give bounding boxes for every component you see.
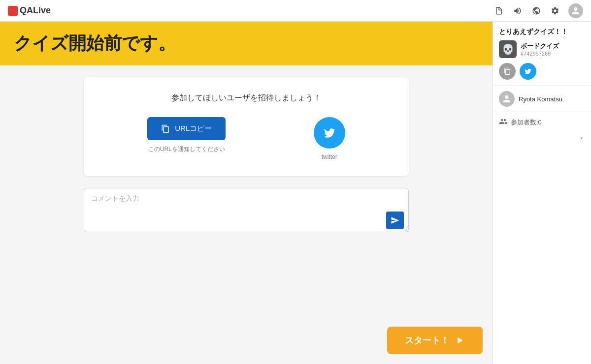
quiz-header-title: クイズ開始前です。 — [14, 31, 479, 56]
quiz-id-label: #742957269 — [521, 51, 559, 57]
comment-area — [84, 188, 409, 234]
twitter-share-button[interactable] — [314, 117, 345, 149]
url-copy-button[interactable]: URLコピー — [147, 117, 226, 140]
invite-card: 参加してほしいユーザを招待しましょう！ URLコピー このURLを通知してくださ… — [84, 77, 409, 176]
settings-icon[interactable] — [550, 5, 560, 16]
logo-text: QALive — [20, 5, 51, 16]
sidebar-quiz-row: 💀 ボードクイズ #742957269 — [499, 40, 585, 58]
app-logo: QALive — [8, 5, 51, 16]
participants-icon — [499, 117, 508, 128]
twitter-share-group: twitter — [314, 117, 345, 160]
main-layout: クイズ開始前です。 参加してほしいユーザを招待しましょう！ URLコピー このU… — [0, 22, 591, 364]
start-button[interactable]: スタート！ — [387, 327, 483, 354]
document-icon[interactable] — [493, 5, 504, 16]
quiz-info-text: ボードクイズ #742957269 — [521, 42, 559, 57]
globe-icon[interactable] — [531, 5, 542, 16]
start-button-container: スタート！ — [387, 327, 483, 354]
url-copy-group: URLコピー このURLを通知してください — [147, 117, 226, 153]
sidebar-scroll-arrow[interactable] — [493, 133, 591, 144]
sidebar-action-icons — [499, 63, 585, 80]
invite-buttons: URLコピー このURLを通知してください twitter — [103, 117, 389, 160]
logo-icon — [8, 6, 18, 16]
sidebar-quiz-title: とりあえずクイズ！！ — [499, 28, 585, 36]
url-copy-sublabel: このURLを通知してください — [148, 145, 225, 153]
quiz-header-banner: クイズ開始前です。 — [0, 22, 492, 65]
volume-icon[interactable] — [512, 5, 523, 16]
participants-section: 参加者数:0 — [493, 112, 591, 133]
sidebar-copy-button[interactable] — [499, 63, 516, 80]
quiz-type-label: ボードクイズ — [521, 42, 559, 51]
user-avatar[interactable] — [568, 3, 583, 18]
content-area: 参加してほしいユーザを招待しましょう！ URLコピー このURLを通知してくださ… — [0, 65, 492, 364]
participants-count-label: 参加者数:0 — [511, 118, 542, 127]
sidebar-twitter-button[interactable] — [520, 63, 536, 80]
main-area: クイズ開始前です。 参加してほしいユーザを招待しましょう！ URLコピー このU… — [0, 22, 492, 364]
start-button-label: スタート！ — [405, 334, 449, 346]
comment-input[interactable] — [84, 188, 409, 232]
invite-card-title: 参加してほしいユーザを招待しましょう！ — [103, 93, 389, 103]
url-copy-label: URLコピー — [175, 124, 212, 133]
quiz-avatar: 💀 — [499, 40, 517, 58]
comment-submit-button[interactable] — [386, 212, 404, 229]
user-name-label: Ryota Komatsu — [519, 95, 562, 103]
navbar-icons — [493, 3, 583, 18]
sidebar-quiz-info: とりあえずクイズ！！ 💀 ボードクイズ #742957269 — [493, 22, 591, 86]
navbar: QALive — [0, 0, 591, 22]
sidebar: とりあえずクイズ！！ 💀 ボードクイズ #742957269 — [492, 22, 591, 364]
sidebar-user-row: Ryota Komatsu — [493, 86, 591, 112]
user-avatar-sidebar — [499, 91, 515, 107]
twitter-share-label: twitter — [322, 153, 337, 160]
